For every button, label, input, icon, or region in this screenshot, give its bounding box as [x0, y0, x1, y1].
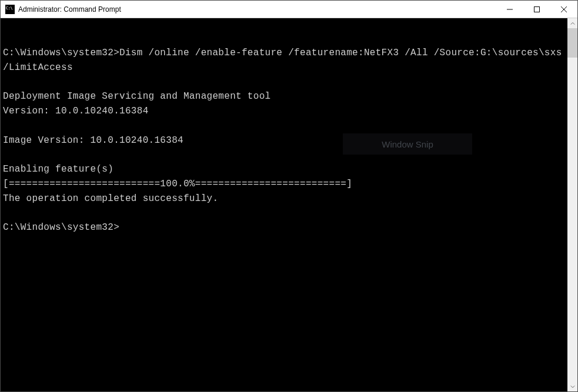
svg-rect-1	[534, 6, 540, 12]
command-prompt-window: Administrator: Command Prompt C:\Windows…	[0, 0, 578, 392]
terminal-output[interactable]: C:\Windows\system32>Dism /online /enable…	[1, 18, 567, 391]
chevron-down-icon	[570, 384, 575, 389]
titlebar[interactable]: Administrator: Command Prompt	[1, 1, 577, 18]
cmd-icon	[5, 5, 15, 14]
scroll-up-button[interactable]	[567, 18, 577, 28]
content-area: C:\Windows\system32>Dism /online /enable…	[1, 18, 577, 391]
close-button[interactable]	[550, 1, 577, 18]
scroll-thumb[interactable]	[567, 28, 577, 58]
window-title: Administrator: Command Prompt	[18, 5, 496, 14]
chevron-up-icon	[570, 21, 575, 26]
maximize-button[interactable]	[523, 1, 550, 18]
minimize-icon	[507, 6, 513, 12]
window-controls	[496, 1, 577, 18]
close-icon	[561, 6, 567, 12]
maximize-icon	[534, 6, 540, 12]
minimize-button[interactable]	[496, 1, 523, 18]
vertical-scrollbar[interactable]	[567, 18, 577, 391]
scroll-down-button[interactable]	[567, 381, 577, 391]
